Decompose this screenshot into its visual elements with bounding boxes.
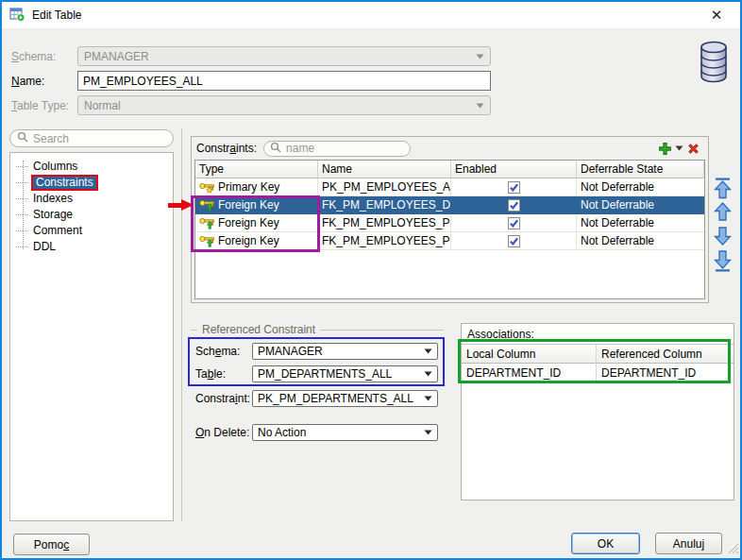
local-column-value: DEPARTMENT_ID bbox=[462, 364, 597, 382]
cancel-button[interactable]: Anuluj bbox=[655, 533, 722, 554]
ok-button[interactable]: OK bbox=[571, 533, 640, 554]
primary-key-icon bbox=[199, 181, 214, 194]
schema-combo: PMANAGER bbox=[77, 46, 491, 66]
enabled-checkbox[interactable] bbox=[508, 217, 520, 229]
column-header[interactable]: Deferrable State bbox=[577, 161, 704, 178]
sidebar-item-label: Comment bbox=[31, 224, 84, 238]
chevron-down-icon bbox=[424, 396, 432, 401]
add-constraint-button[interactable] bbox=[658, 142, 672, 156]
chevron-down-icon bbox=[424, 430, 432, 435]
ref-constraint-label: Constraint: bbox=[195, 390, 250, 407]
constraints-toolbar bbox=[658, 142, 703, 156]
ref-table-combo[interactable]: PM_DEPARTMENTS_ALL bbox=[252, 365, 438, 382]
table-row[interactable]: Foreign Key FK_PM_EMPLOYEES_PER... Not D… bbox=[195, 214, 704, 232]
table-row[interactable]: Foreign Key FK_PM_EMPLOYEES_POS... Not D… bbox=[195, 232, 704, 250]
associations-table-header: Local Column Referenced Column bbox=[462, 345, 734, 364]
chevron-down-icon bbox=[476, 54, 484, 59]
sidebar-item-storage[interactable]: Storage bbox=[10, 207, 173, 223]
constraint-name: FK_PM_EMPLOYEES_POS... bbox=[318, 232, 451, 250]
database-icon bbox=[699, 41, 729, 87]
move-down-button[interactable] bbox=[714, 226, 732, 248]
associations-label: Associations: bbox=[462, 324, 734, 344]
help-button[interactable]: Pomoc bbox=[13, 534, 90, 555]
column-header[interactable]: Type bbox=[195, 161, 318, 178]
constraint-type: Primary Key bbox=[218, 180, 279, 194]
constraints-header: Constraints: bbox=[192, 137, 708, 160]
table-editor-tree: Columns Constraints Indexes Storage Comm… bbox=[9, 152, 174, 521]
constraint-name: FK_PM_EMPLOYEES_PER... bbox=[318, 214, 451, 232]
column-header[interactable]: Local Column bbox=[462, 345, 597, 364]
enabled-checkbox[interactable] bbox=[508, 181, 520, 194]
sidebar-item-label: Constraints bbox=[31, 175, 98, 191]
constraint-type: Foreign Key bbox=[218, 234, 279, 247]
schema-label: Schema: bbox=[11, 46, 56, 66]
chevron-down-icon bbox=[424, 348, 432, 354]
associations-table: Local Column Referenced Column DEPARTMEN… bbox=[462, 344, 734, 382]
table-type-label: Table Type: bbox=[11, 95, 69, 115]
constraints-filter-input[interactable] bbox=[286, 142, 390, 155]
move-top-button[interactable] bbox=[714, 178, 732, 202]
add-constraint-dropdown-icon[interactable] bbox=[675, 145, 683, 151]
sidebar-item-indexes[interactable]: Indexes bbox=[10, 191, 173, 207]
tree-guide-line bbox=[23, 161, 24, 249]
panel-splitter[interactable] bbox=[181, 128, 182, 521]
ref-constraint-combo[interactable]: PK_PM_DEPARTMENTS_ALL bbox=[252, 390, 438, 407]
enabled-checkbox[interactable] bbox=[508, 235, 520, 247]
ref-constraint-value: PK_PM_DEPARTMENTS_ALL bbox=[258, 392, 413, 405]
constraints-label: Constraints: bbox=[196, 142, 257, 155]
name-label: Name: bbox=[11, 71, 44, 91]
enabled-checkbox[interactable] bbox=[508, 199, 520, 212]
constraints-table: Type Name Enabled Deferrable State bbox=[194, 160, 705, 299]
search-input[interactable] bbox=[33, 132, 146, 145]
move-up-button[interactable] bbox=[714, 202, 732, 225]
foreign-key-icon bbox=[199, 235, 214, 247]
constraint-type: Foreign Key bbox=[218, 216, 279, 229]
chevron-down-icon bbox=[476, 103, 484, 109]
referenced-column-value: DEPARTMENT_ID bbox=[597, 364, 734, 382]
constraint-name: FK_PM_EMPLOYEES_DEPT bbox=[318, 196, 451, 214]
edit-table-dialog: Edit Table ✕ Schema: PMANAGER Name: Tabl… bbox=[0, 0, 742, 560]
deferrable-state: Not Deferrable bbox=[577, 232, 704, 250]
column-header[interactable]: Name bbox=[318, 161, 451, 178]
constraints-filter bbox=[263, 141, 411, 157]
constraints-panel: Constraints: Type bbox=[191, 136, 709, 303]
constraints-table-header: Type Name Enabled Deferrable State bbox=[195, 161, 704, 178]
sidebar-item-constraints[interactable]: Constraints bbox=[10, 175, 173, 191]
title-bar: Edit Table ✕ bbox=[2, 2, 740, 29]
ref-schema-value: PMANAGER bbox=[258, 345, 323, 358]
column-header[interactable]: Referenced Column bbox=[597, 345, 734, 364]
sidebar-item-label: DDL bbox=[31, 240, 58, 254]
table-type-value: Normal bbox=[84, 99, 121, 112]
close-icon[interactable]: ✕ bbox=[700, 2, 733, 28]
delete-constraint-button[interactable] bbox=[686, 142, 700, 156]
referenced-constraint-group-title: Referenced Constraint bbox=[191, 323, 444, 336]
table-row[interactable]: Primary Key PK_PM_EMPLOYEES_ALL Not Defe… bbox=[195, 178, 704, 196]
ref-table-label: Table: bbox=[195, 365, 226, 382]
schema-value: PMANAGER bbox=[84, 50, 149, 63]
sidebar-item-label: Indexes bbox=[31, 192, 75, 206]
table-row[interactable]: DEPARTMENT_ID DEPARTMENT_ID bbox=[462, 364, 734, 382]
deferrable-state: Not Deferrable bbox=[577, 196, 704, 214]
sidebar-item-label: Columns bbox=[31, 160, 79, 174]
sidebar-item-comment[interactable]: Comment bbox=[10, 223, 173, 239]
on-delete-combo[interactable]: No Action bbox=[252, 424, 438, 441]
sidebar-item-ddl[interactable]: DDL bbox=[10, 239, 173, 255]
table-row-selected[interactable]: Foreign Key FK_PM_EMPLOYEES_DEPT Not Def… bbox=[195, 196, 704, 214]
table-type-combo: Normal bbox=[77, 95, 491, 115]
search-icon bbox=[270, 142, 281, 156]
sidebar-search bbox=[9, 129, 174, 147]
on-delete-label: On Delete: bbox=[195, 424, 249, 441]
name-field-wrap bbox=[77, 71, 491, 91]
sidebar-item-label: Storage bbox=[31, 208, 75, 222]
search-icon bbox=[17, 131, 28, 145]
associations-panel: Associations: Local Column Referenced Co… bbox=[461, 323, 734, 501]
constraint-type: Foreign Key bbox=[218, 198, 279, 212]
resize-grip[interactable] bbox=[727, 542, 739, 557]
ref-schema-combo[interactable]: PMANAGER bbox=[252, 343, 438, 360]
page-title: Edit Table bbox=[32, 8, 81, 22]
sidebar-item-columns[interactable]: Columns bbox=[10, 159, 173, 175]
table-name-input[interactable] bbox=[78, 72, 490, 90]
column-header[interactable]: Enabled bbox=[451, 161, 577, 178]
move-bottom-button[interactable] bbox=[714, 250, 732, 275]
ref-schema-label: Schema: bbox=[195, 343, 240, 360]
